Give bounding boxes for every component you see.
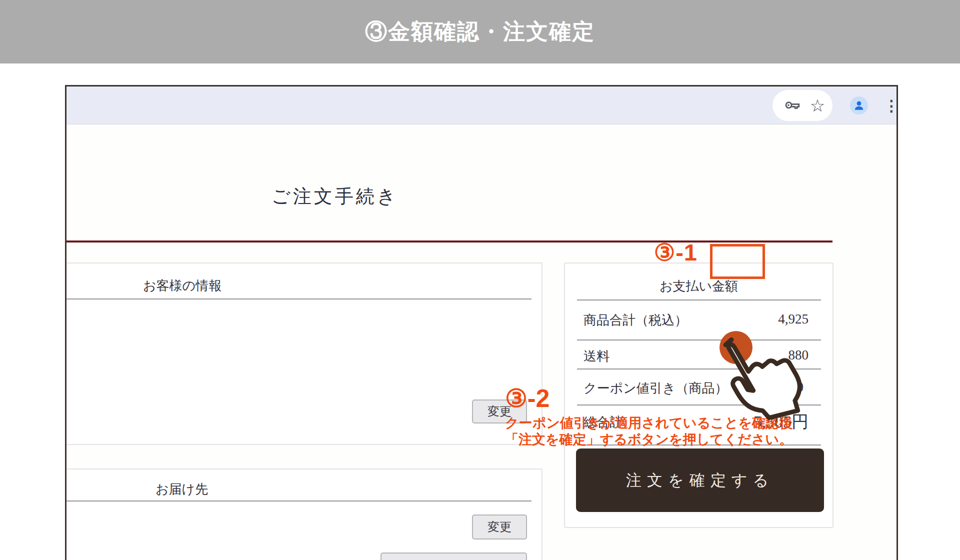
delivery-change-button[interactable]: 変更 [472, 514, 527, 540]
customer-info-panel: お客様の情報 変更 [66, 262, 542, 445]
tutorial-banner-title: ③金額確認・注文確定 [365, 17, 595, 46]
divider [577, 300, 821, 300]
title-rule [66, 240, 832, 242]
payment-title: お支払い金額 [565, 278, 832, 295]
coupon-highlight-box [710, 244, 765, 279]
divider [66, 298, 532, 300]
tap-hand-cursor-icon [699, 312, 814, 432]
key-icon[interactable] [782, 86, 804, 124]
customer-info-title: お客様の情報 [143, 277, 222, 294]
annotation-note-line2: 「注文を確定」するボタンを押してください。 [505, 430, 792, 448]
step-3-1-label: ③-1 [654, 238, 698, 266]
divider [66, 500, 532, 502]
confirm-order-label: 注文を確定する [626, 470, 774, 491]
tutorial-banner: ③金額確認・注文確定 [0, 0, 960, 64]
row-shipping-label: 送料 [584, 348, 610, 365]
profile-avatar-icon[interactable] [850, 96, 868, 114]
browser-toolbar: ☆ ⋮ [66, 86, 896, 124]
confirm-order-button[interactable]: 注文を確定する [576, 448, 824, 512]
three-dot-menu-icon[interactable]: ⋮ [886, 86, 898, 124]
bookmark-star-icon[interactable]: ☆ [806, 86, 828, 124]
page-title: ご注文手続き [272, 184, 398, 209]
delivery-panel: お届け先 変更 お届け先リストから選ぶ [66, 468, 542, 560]
row-subtotal-label: 商品合計（税込） [584, 312, 688, 329]
step-3-2-label: ③-2 [505, 384, 550, 413]
delivery-list-button[interactable]: お届け先リストから選ぶ [380, 552, 527, 560]
delivery-title: お届け先 [156, 480, 208, 498]
